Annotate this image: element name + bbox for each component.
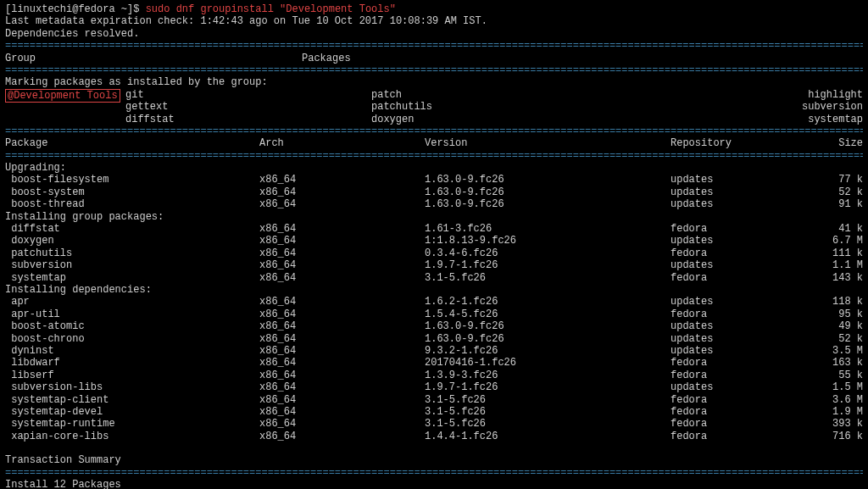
sudo-keyword: sudo — [146, 3, 176, 15]
package-row: systemtapx86_643.1-5.fc26fedora143 k — [5, 272, 863, 284]
pkg-repo: updates — [670, 186, 806, 198]
col-package: Package — [5, 137, 259, 149]
pkg-name: boost-chrono — [5, 333, 259, 345]
pkg-version: 3.1-5.fc26 — [425, 406, 670, 418]
section-title: Installing dependencies: — [5, 284, 863, 296]
pkg-name: systemtap — [5, 272, 259, 284]
pkg-arch: x86_64 — [259, 381, 425, 393]
pkg-version: 3.1-5.fc26 — [425, 272, 670, 284]
pkg-version: 3.1-5.fc26 — [425, 394, 670, 406]
group-pkg: patch — [371, 89, 617, 101]
separator: ========================================… — [5, 64, 863, 76]
group-pkg: git — [125, 89, 371, 101]
group-name-highlight: @Development Tools — [5, 89, 120, 103]
pkg-name: systemtap-client — [5, 394, 259, 406]
pkg-name: boost-filesystem — [5, 174, 259, 186]
package-row: xapian-core-libsx86_641.4.4-1.fc26fedora… — [5, 431, 863, 442]
pkg-repo: fedora — [670, 370, 806, 381]
pkg-repo: fedora — [670, 406, 806, 418]
pkg-arch: x86_64 — [259, 186, 425, 198]
package-sections: Upgrading: boost-filesystemx86_641.63.0-… — [5, 162, 863, 442]
pkg-version: 1.4.4-1.fc26 — [425, 431, 670, 442]
pkg-size: 77 k — [806, 174, 863, 186]
pkg-size: 393 k — [806, 418, 863, 430]
pkg-version: 1:1.8.13-9.fc26 — [425, 235, 670, 247]
pkg-size: 91 k — [806, 198, 863, 210]
section-title: Upgrading: — [5, 162, 863, 174]
package-row: aprx86_641.6.2-1.fc26updates118 k — [5, 296, 863, 308]
pkg-name: apr — [5, 296, 259, 308]
pkg-name: xapian-core-libs — [5, 431, 259, 442]
pkg-arch: x86_64 — [259, 357, 425, 369]
pkg-version: 1.63.0-9.fc26 — [425, 186, 670, 198]
pkg-repo: updates — [670, 259, 806, 271]
pkg-name: libserf — [5, 370, 259, 381]
section-title: Installing group packages: — [5, 211, 863, 223]
command-text: dnf groupinstall "Development Tools" — [176, 3, 396, 15]
separator: ========================================… — [5, 467, 863, 479]
pkg-repo: updates — [670, 296, 806, 308]
pkg-size: 111 k — [806, 247, 863, 259]
pkg-version: 1.9.7-1.fc26 — [425, 259, 670, 271]
pkg-arch: x86_64 — [259, 174, 425, 186]
package-row: systemtap-runtimex86_643.1-5.fc26fedora3… — [5, 418, 863, 430]
pkg-arch: x86_64 — [259, 394, 425, 406]
group-pkg: gettext — [125, 101, 371, 113]
package-row: subversion-libsx86_641.9.7-1.fc26updates… — [5, 381, 863, 393]
group-pkg: systemtap — [617, 114, 863, 125]
col-size: Size — [806, 137, 863, 149]
pkg-repo: updates — [670, 235, 806, 247]
pkg-repo: fedora — [670, 308, 806, 320]
pkg-size: 163 k — [806, 357, 863, 369]
pkg-arch: x86_64 — [259, 431, 425, 442]
package-row: subversionx86_641.9.7-1.fc26updates1.1 M — [5, 259, 863, 271]
col-arch: Arch — [259, 137, 425, 149]
pkg-arch: x86_64 — [259, 296, 425, 308]
pkg-repo: fedora — [670, 223, 806, 235]
pkg-repo: fedora — [670, 272, 806, 284]
pkg-version: 1.63.0-9.fc26 — [425, 174, 670, 186]
pkg-version: 1.61-3.fc26 — [425, 223, 670, 235]
prompt-line: [linuxtechi@fedora ~]$ sudo dnf groupins… — [5, 3, 863, 15]
separator: ========================================… — [5, 40, 863, 52]
pkg-arch: x86_64 — [259, 345, 425, 357]
pkg-repo: fedora — [670, 431, 806, 442]
pkg-version: 9.3.2-1.fc26 — [425, 345, 670, 357]
col-packages: Packages — [302, 53, 863, 64]
pkg-size: 1.5 M — [806, 381, 863, 393]
pkg-arch: x86_64 — [259, 370, 425, 381]
pkg-version: 20170416-1.fc26 — [425, 357, 670, 369]
pkg-repo: fedora — [670, 247, 806, 259]
package-row: boost-filesystemx86_641.63.0-9.fc26updat… — [5, 174, 863, 186]
pkg-arch: x86_64 — [259, 198, 425, 210]
package-row: boost-atomicx86_641.63.0-9.fc26updates49… — [5, 320, 863, 332]
pkg-name: patchutils — [5, 247, 259, 259]
group-pkg: doxygen — [371, 114, 617, 125]
pkg-size: 3.6 M — [806, 394, 863, 406]
group-header: Group Packages — [5, 53, 863, 64]
pkg-header: Package Arch Version Repository Size — [5, 137, 863, 149]
pkg-repo: updates — [670, 320, 806, 332]
pkg-size: 6.7 M — [806, 235, 863, 247]
package-row: apr-utilx86_641.5.4-5.fc26fedora95 k — [5, 308, 863, 320]
pkg-arch: x86_64 — [259, 406, 425, 418]
group-block: @Development Tools git patch highlight g… — [5, 89, 863, 125]
pkg-name: dyninst — [5, 345, 259, 357]
marking-line: Marking packages as installed by the gro… — [5, 76, 863, 88]
pkg-repo: updates — [670, 198, 806, 210]
pkg-version: 1.63.0-9.fc26 — [425, 320, 670, 332]
pkg-arch: x86_64 — [259, 320, 425, 332]
pkg-repo: updates — [670, 381, 806, 393]
pkg-name: systemtap-devel — [5, 406, 259, 418]
package-row: systemtap-develx86_643.1-5.fc26fedora1.9… — [5, 406, 863, 418]
pkg-size: 49 k — [806, 320, 863, 332]
package-row: systemtap-clientx86_643.1-5.fc26fedora3.… — [5, 394, 863, 406]
pkg-size: 3.5 M — [806, 345, 863, 357]
pkg-name: subversion-libs — [5, 381, 259, 393]
pkg-arch: x86_64 — [259, 272, 425, 284]
pkg-repo: updates — [670, 333, 806, 345]
separator: ========================================… — [5, 150, 863, 162]
pkg-size: 143 k — [806, 272, 863, 284]
pkg-arch: x86_64 — [259, 333, 425, 345]
package-row: doxygenx86_641:1.8.13-9.fc26updates6.7 M — [5, 235, 863, 247]
